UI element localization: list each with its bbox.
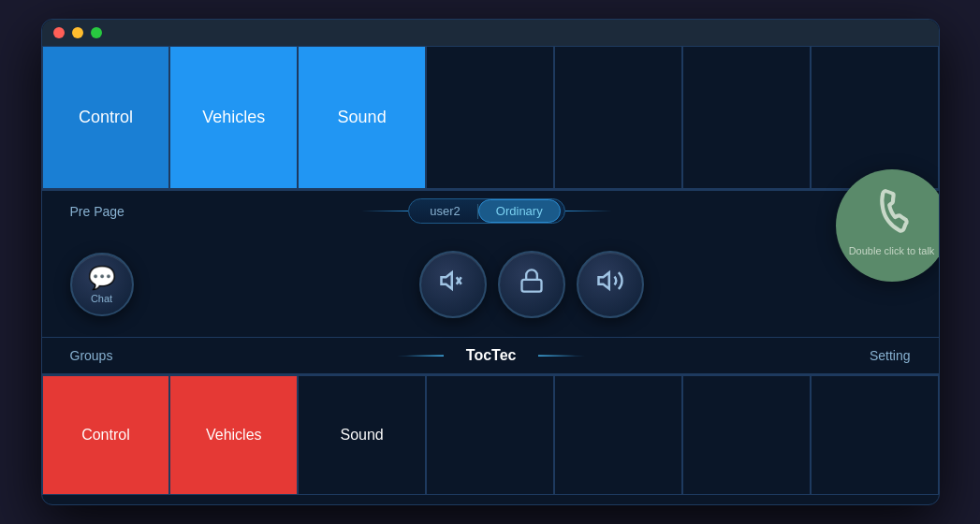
chat-label: Chat (91, 293, 112, 304)
pre-page-button[interactable]: Pre Page (70, 204, 124, 219)
minimize-button[interactable] (72, 27, 83, 38)
talk-label: Double click to talk (849, 244, 935, 257)
volume-up-icon (596, 267, 624, 301)
top-cell-control[interactable]: Control (42, 46, 170, 189)
lock-icon (519, 268, 545, 300)
svg-marker-0 (441, 272, 451, 289)
bottom-cell-sound[interactable]: Sound (298, 375, 426, 495)
nav-bar: Pre Page user2 Ordinary Next Page (42, 191, 939, 231)
top-cell-7[interactable] (811, 46, 939, 189)
nav-tabs: user2 Ordinary (408, 198, 564, 224)
top-cell-6[interactable] (682, 46, 811, 189)
bottom-nav: Groups TocTec Setting (42, 337, 939, 373)
top-cell-vehicles[interactable]: Vehicles (169, 46, 298, 189)
groups-button[interactable]: Groups (70, 348, 113, 363)
chat-icon: 💬 (88, 265, 116, 291)
top-cell-5[interactable] (554, 46, 682, 189)
top-cell-sound[interactable]: Sound (298, 46, 426, 189)
bottom-cell-control[interactable]: Control (42, 375, 170, 495)
bottom-cell-6[interactable] (682, 375, 811, 495)
phone-icon (866, 188, 916, 244)
setting-button[interactable]: Setting (870, 348, 911, 363)
controls-row: 💬 Chat (42, 231, 939, 337)
svg-marker-4 (598, 272, 608, 289)
top-panel: Control Vehicles Sound (42, 46, 939, 191)
volume-down-icon (439, 267, 467, 301)
toctec-title: TocTec (444, 343, 539, 368)
main-window: Control Vehicles Sound Pre Page user2 Or… (41, 19, 940, 505)
middle-section: Pre Page user2 Ordinary Next Page 💬 Chat (42, 191, 939, 373)
volume-up-button[interactable] (577, 251, 644, 318)
volume-down-button[interactable] (419, 251, 487, 318)
sound-controls (419, 251, 644, 318)
bottom-panel: Control Vehicles Sound (42, 373, 939, 495)
chat-button[interactable]: 💬 Chat (70, 253, 134, 316)
bottom-cell-4[interactable] (426, 375, 554, 495)
bottom-cell-5[interactable] (554, 375, 682, 495)
bottom-cell-vehicles[interactable]: Vehicles (169, 375, 298, 495)
nav-tab-ordinary[interactable]: Ordinary (478, 199, 561, 223)
maximize-button[interactable] (91, 27, 102, 38)
close-button[interactable] (53, 27, 65, 38)
title-bar (42, 20, 939, 46)
svg-rect-3 (521, 280, 541, 292)
lock-button[interactable] (498, 251, 565, 318)
bottom-cell-7[interactable] (811, 375, 939, 495)
bottom-nav-center: TocTec (397, 343, 586, 368)
top-cell-4[interactable] (426, 46, 554, 189)
nav-tab-user2[interactable]: user2 (413, 200, 477, 222)
